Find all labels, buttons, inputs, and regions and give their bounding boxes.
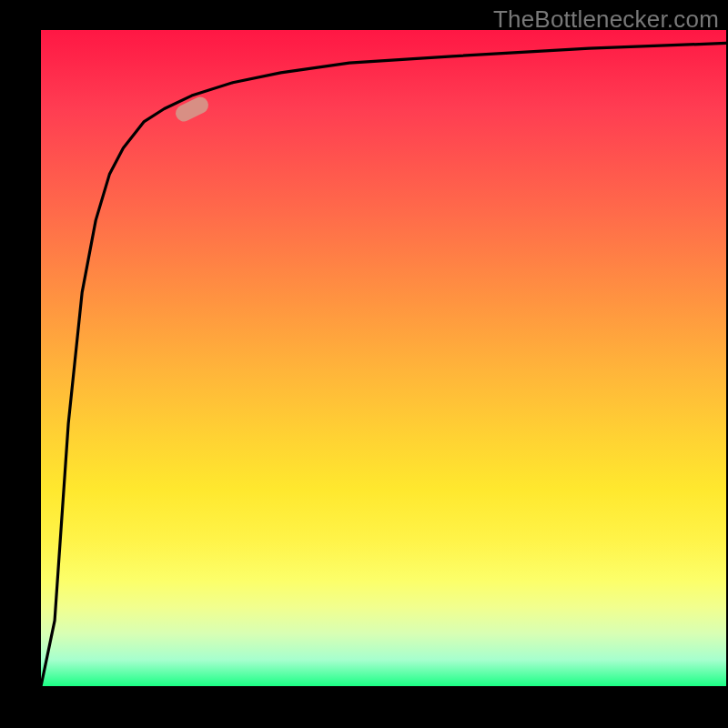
chart-canvas: TheBottlenecker.com [0,0,728,728]
bottleneck-curve [41,43,726,686]
plot-area [41,30,726,686]
curve-marker [173,94,211,124]
curve-svg [41,30,726,686]
